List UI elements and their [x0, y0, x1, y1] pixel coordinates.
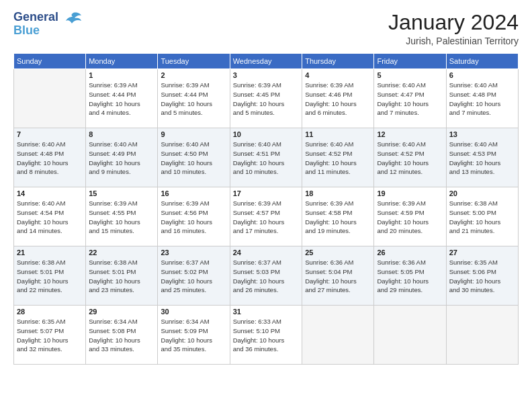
day-number: 23: [161, 248, 226, 257]
calendar-cell: [374, 306, 446, 365]
calendar-cell: 1Sunrise: 6:39 AM Sunset: 4:44 PM Daylig…: [86, 69, 158, 128]
day-number: 11: [305, 130, 371, 138]
day-number: 10: [233, 130, 299, 138]
day-number: 13: [449, 130, 515, 138]
header-thursday: Thursday: [302, 54, 374, 69]
day-number: 28: [17, 308, 83, 316]
month-title: January 2024: [388, 11, 519, 34]
calendar-cell: 5Sunrise: 6:40 AM Sunset: 4:47 PM Daylig…: [374, 69, 446, 128]
day-info: Sunrise: 6:35 AM Sunset: 5:07 PM Dayligh…: [17, 317, 83, 354]
logo-line1: General: [13, 11, 58, 24]
calendar-cell: 26Sunrise: 6:36 AM Sunset: 5:05 PM Dayli…: [374, 246, 446, 306]
day-info: Sunrise: 6:38 AM Sunset: 5:00 PM Dayligh…: [449, 199, 515, 236]
day-number: 27: [449, 248, 515, 257]
day-number: 25: [305, 248, 371, 257]
day-number: 16: [161, 189, 226, 197]
header-monday: Monday: [86, 54, 158, 69]
calendar-cell: 31Sunrise: 6:33 AM Sunset: 5:10 PM Dayli…: [230, 306, 302, 365]
day-info: Sunrise: 6:40 AM Sunset: 4:50 PM Dayligh…: [161, 140, 226, 177]
day-info: Sunrise: 6:33 AM Sunset: 5:10 PM Dayligh…: [233, 317, 299, 354]
page-header: General Blue January 2024 Jurish, Palest…: [13, 11, 519, 46]
calendar-cell: 9Sunrise: 6:40 AM Sunset: 4:50 PM Daylig…: [158, 128, 230, 187]
calendar-cell: 13Sunrise: 6:40 AM Sunset: 4:53 PM Dayli…: [446, 128, 518, 187]
calendar-cell: 22Sunrise: 6:38 AM Sunset: 5:01 PM Dayli…: [86, 246, 158, 306]
day-number: 2: [161, 71, 226, 79]
day-info: Sunrise: 6:40 AM Sunset: 4:47 PM Dayligh…: [377, 81, 443, 118]
day-number: 12: [377, 130, 443, 138]
day-number: 15: [89, 189, 154, 197]
calendar-cell: 6Sunrise: 6:40 AM Sunset: 4:48 PM Daylig…: [446, 69, 518, 128]
day-number: 19: [377, 189, 443, 197]
day-number: 31: [233, 308, 299, 316]
day-info: Sunrise: 6:40 AM Sunset: 4:51 PM Dayligh…: [233, 140, 299, 177]
day-info: Sunrise: 6:39 AM Sunset: 4:44 PM Dayligh…: [161, 81, 226, 118]
day-number: 5: [377, 71, 443, 79]
calendar-cell: 16Sunrise: 6:39 AM Sunset: 4:56 PM Dayli…: [158, 187, 230, 246]
day-number: 22: [89, 248, 154, 257]
day-info: Sunrise: 6:40 AM Sunset: 4:53 PM Dayligh…: [449, 140, 515, 177]
calendar-cell: [446, 306, 518, 365]
day-number: 9: [161, 130, 226, 138]
logo: General Blue: [13, 11, 83, 38]
day-number: 30: [161, 308, 226, 316]
calendar-cell: 15Sunrise: 6:39 AM Sunset: 4:55 PM Dayli…: [86, 187, 158, 246]
day-info: Sunrise: 6:39 AM Sunset: 4:45 PM Dayligh…: [233, 81, 299, 118]
day-info: Sunrise: 6:34 AM Sunset: 5:08 PM Dayligh…: [89, 317, 154, 354]
calendar-cell: 14Sunrise: 6:40 AM Sunset: 4:54 PM Dayli…: [14, 187, 86, 246]
day-number: 21: [17, 248, 83, 257]
day-info: Sunrise: 6:34 AM Sunset: 5:09 PM Dayligh…: [161, 317, 226, 354]
day-info: Sunrise: 6:38 AM Sunset: 5:01 PM Dayligh…: [17, 258, 83, 295]
calendar-cell: [14, 69, 86, 128]
calendar-cell: 4Sunrise: 6:39 AM Sunset: 4:46 PM Daylig…: [302, 69, 374, 128]
day-info: Sunrise: 6:40 AM Sunset: 4:48 PM Dayligh…: [449, 81, 515, 118]
calendar-week-row: 21Sunrise: 6:38 AM Sunset: 5:01 PM Dayli…: [14, 246, 519, 306]
calendar-cell: 23Sunrise: 6:37 AM Sunset: 5:02 PM Dayli…: [158, 246, 230, 306]
day-number: 20: [449, 189, 515, 197]
day-number: 6: [449, 71, 515, 79]
day-info: Sunrise: 6:40 AM Sunset: 4:52 PM Dayligh…: [305, 140, 371, 177]
day-number: 29: [89, 308, 154, 316]
logo-bird-icon: [62, 10, 83, 35]
calendar-cell: [302, 306, 374, 365]
calendar-cell: 28Sunrise: 6:35 AM Sunset: 5:07 PM Dayli…: [14, 306, 86, 365]
header-sunday: Sunday: [14, 54, 86, 69]
calendar-cell: 8Sunrise: 6:40 AM Sunset: 4:49 PM Daylig…: [86, 128, 158, 187]
day-info: Sunrise: 6:40 AM Sunset: 4:54 PM Dayligh…: [17, 199, 83, 236]
day-info: Sunrise: 6:40 AM Sunset: 4:48 PM Dayligh…: [17, 140, 83, 177]
header-friday: Friday: [374, 54, 446, 69]
calendar-cell: 25Sunrise: 6:36 AM Sunset: 5:04 PM Dayli…: [302, 246, 374, 306]
calendar-cell: 30Sunrise: 6:34 AM Sunset: 5:09 PM Dayli…: [158, 306, 230, 365]
day-info: Sunrise: 6:37 AM Sunset: 5:02 PM Dayligh…: [161, 258, 226, 295]
day-number: 7: [17, 130, 83, 138]
calendar-week-row: 7Sunrise: 6:40 AM Sunset: 4:48 PM Daylig…: [14, 128, 519, 187]
calendar-cell: 24Sunrise: 6:37 AM Sunset: 5:03 PM Dayli…: [230, 246, 302, 306]
calendar-cell: 18Sunrise: 6:39 AM Sunset: 4:58 PM Dayli…: [302, 187, 374, 246]
header-tuesday: Tuesday: [158, 54, 230, 69]
calendar-cell: 3Sunrise: 6:39 AM Sunset: 4:45 PM Daylig…: [230, 69, 302, 128]
day-info: Sunrise: 6:40 AM Sunset: 4:49 PM Dayligh…: [89, 140, 154, 177]
day-number: 3: [233, 71, 299, 79]
day-number: 26: [377, 248, 443, 257]
day-info: Sunrise: 6:39 AM Sunset: 4:56 PM Dayligh…: [161, 199, 226, 236]
calendar-week-row: 28Sunrise: 6:35 AM Sunset: 5:07 PM Dayli…: [14, 306, 519, 365]
logo-line2: Blue: [13, 24, 58, 38]
header-wednesday: Wednesday: [230, 54, 302, 69]
day-number: 1: [89, 71, 154, 79]
day-info: Sunrise: 6:35 AM Sunset: 5:06 PM Dayligh…: [449, 258, 515, 295]
day-info: Sunrise: 6:39 AM Sunset: 4:57 PM Dayligh…: [233, 199, 299, 236]
day-info: Sunrise: 6:39 AM Sunset: 4:55 PM Dayligh…: [89, 199, 154, 236]
day-info: Sunrise: 6:39 AM Sunset: 4:46 PM Dayligh…: [305, 81, 371, 118]
header-saturday: Saturday: [446, 54, 518, 69]
calendar-header-row: Sunday Monday Tuesday Wednesday Thursday…: [14, 54, 519, 69]
calendar-cell: 29Sunrise: 6:34 AM Sunset: 5:08 PM Dayli…: [86, 306, 158, 365]
calendar-cell: 21Sunrise: 6:38 AM Sunset: 5:01 PM Dayli…: [14, 246, 86, 306]
title-area: January 2024 Jurish, Palestinian Territo…: [388, 11, 519, 46]
day-info: Sunrise: 6:38 AM Sunset: 5:01 PM Dayligh…: [89, 258, 154, 295]
calendar-cell: 20Sunrise: 6:38 AM Sunset: 5:00 PM Dayli…: [446, 187, 518, 246]
calendar-cell: 27Sunrise: 6:35 AM Sunset: 5:06 PM Dayli…: [446, 246, 518, 306]
calendar-cell: 19Sunrise: 6:39 AM Sunset: 4:59 PM Dayli…: [374, 187, 446, 246]
calendar-cell: 10Sunrise: 6:40 AM Sunset: 4:51 PM Dayli…: [230, 128, 302, 187]
calendar-week-row: 1Sunrise: 6:39 AM Sunset: 4:44 PM Daylig…: [14, 69, 519, 128]
day-number: 14: [17, 189, 83, 197]
calendar-week-row: 14Sunrise: 6:40 AM Sunset: 4:54 PM Dayli…: [14, 187, 519, 246]
